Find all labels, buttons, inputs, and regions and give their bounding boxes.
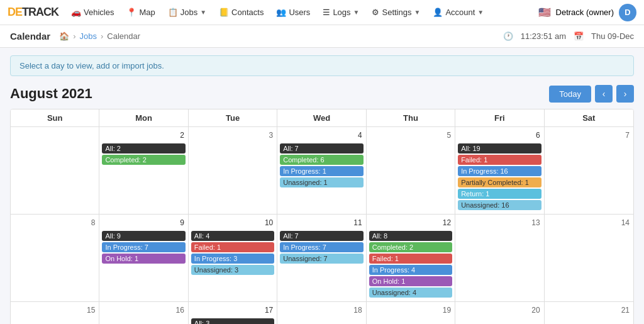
day-sat: Sat	[545, 109, 633, 126]
today-button[interactable]: Today	[549, 86, 591, 103]
calendar-icon: 📅	[574, 31, 584, 41]
logo-track: TRACK	[22, 6, 58, 18]
logs-icon: ☰	[323, 8, 330, 17]
nav-settings[interactable]: ⚙ Settings ▼	[367, 5, 425, 20]
nav-contacts[interactable]: 📒 Contacts	[214, 5, 269, 20]
nav-account[interactable]: 👤 Account ▼	[428, 5, 489, 20]
day-sun: Sun	[11, 109, 99, 126]
event-badge: On Hold: 1	[369, 276, 452, 286]
breadcrumb-calendar: Calendar	[107, 31, 140, 41]
nav-map[interactable]: 📍 Map	[121, 5, 160, 20]
username: Detrack (owner)	[556, 8, 614, 17]
main-content: Select a day to view, add or import jobs…	[0, 48, 644, 324]
next-month-button[interactable]: ›	[616, 85, 634, 103]
cal-cell-w3-wed[interactable]: 18	[277, 302, 366, 324]
event-badge: All: 4	[191, 231, 274, 241]
calendar-week-2: 8 9 All: 9 In Progress: 7 On Hold: 1 10 …	[11, 215, 633, 302]
event-badge: Unassigned: 1	[280, 177, 363, 187]
cal-cell-w3-sat[interactable]: 21	[545, 302, 633, 324]
event-badge: In Progress: 7	[280, 242, 363, 252]
event-badge: On Hold: 1	[102, 254, 185, 264]
cal-cell-w1-sat[interactable]: 7	[545, 127, 633, 214]
cal-cell-w3-mon[interactable]: 16	[99, 302, 188, 324]
map-icon: 📍	[126, 8, 136, 17]
settings-dropdown-arrow: ▼	[414, 9, 420, 16]
cal-cell-w1-tue[interactable]: 3	[189, 127, 277, 214]
nav-map-label: Map	[139, 8, 155, 17]
calendar-month: August 2021	[10, 86, 92, 102]
account-icon: 👤	[433, 8, 443, 17]
day-mon: Mon	[99, 109, 188, 126]
cal-cell-w2-fri[interactable]: 13	[455, 215, 544, 301]
cal-cell-w1-thu[interactable]: 5	[367, 127, 455, 214]
jobs-dropdown-arrow: ▼	[200, 9, 206, 16]
jobs-icon: 📋	[168, 8, 178, 17]
day-thu: Thu	[367, 109, 455, 126]
calendar-nav: Today ‹ ›	[549, 85, 634, 103]
subheader: Calendar 🏠 › Jobs › Calendar 🕐 11:23:51 …	[0, 25, 644, 48]
users-icon: 👥	[276, 8, 286, 17]
nav-account-label: Account	[445, 8, 475, 17]
event-badge: All: 19	[458, 143, 541, 154]
navbar: DETRACK 🚗 Vehicles 📍 Map 📋 Jobs ▼ 📒 Cont…	[0, 0, 644, 25]
event-badge: All: 2	[102, 143, 185, 154]
day-tue: Tue	[189, 109, 277, 126]
clock-icon: 🕐	[503, 31, 513, 41]
cal-cell-w2-tue[interactable]: 10 All: 4 Failed: 1 In Progress: 3 Unass…	[189, 215, 277, 301]
nav-jobs-label: Jobs	[180, 8, 197, 17]
nav-logs-label: Logs	[333, 8, 350, 17]
cal-cell-w2-sun[interactable]: 8	[11, 215, 99, 301]
cal-cell-w1-sun[interactable]	[11, 127, 99, 214]
avatar[interactable]: D	[619, 4, 636, 21]
event-badge: In Progress: 3	[191, 254, 274, 264]
nav-vehicles[interactable]: 🚗 Vehicles	[66, 5, 119, 20]
event-badge: Unassigned: 4	[369, 288, 452, 298]
user-info: Detrack (owner)	[556, 8, 614, 17]
account-dropdown-arrow: ▼	[477, 9, 484, 16]
event-badge: All: 9	[102, 231, 185, 241]
calendar-week-1: 2 All: 2 Completed: 2 3 4 All: 7 Complet…	[11, 127, 633, 215]
event-badge: Failed: 1	[191, 242, 274, 252]
current-date: Thu 09-Dec	[591, 31, 634, 41]
event-badge: Failed: 1	[458, 155, 541, 165]
cal-cell-w2-mon[interactable]: 9 All: 9 In Progress: 7 On Hold: 1	[99, 215, 188, 301]
contacts-icon: 📒	[219, 8, 229, 17]
event-badge: In Progress: 1	[280, 166, 363, 176]
logo: DETRACK	[8, 6, 58, 19]
cal-cell-w3-tue[interactable]: 17 All: 3	[189, 302, 277, 324]
breadcrumb-jobs[interactable]: Jobs	[80, 31, 97, 41]
cal-cell-w1-mon[interactable]: 2 All: 2 Completed: 2	[99, 127, 188, 214]
prev-month-button[interactable]: ‹	[595, 85, 613, 103]
cal-cell-w2-wed[interactable]: 11 All: 7 In Progress: 7 Unassigned: 7	[277, 215, 366, 301]
cal-cell-w3-thu[interactable]: 19	[367, 302, 455, 324]
event-badge: Completed: 2	[102, 155, 185, 165]
cal-cell-w2-thu[interactable]: 12 All: 8 Completed: 2 Failed: 1 In Prog…	[367, 215, 455, 301]
event-badge: Unassigned: 3	[191, 265, 274, 275]
nav-logs[interactable]: ☰ Logs ▼	[318, 5, 364, 20]
nav-right: 🇺🇸 Detrack (owner) D	[538, 4, 636, 21]
logo-de: DE	[8, 6, 22, 18]
event-badge: Unassigned: 16	[458, 200, 541, 210]
vehicle-icon: 🚗	[71, 8, 81, 17]
event-badge: In Progress: 7	[102, 242, 185, 252]
info-bar: Select a day to view, add or import jobs…	[10, 55, 634, 76]
nav-users[interactable]: 👥 Users	[271, 5, 315, 20]
cal-cell-w1-fri[interactable]: 6 All: 19 Failed: 1 In Progress: 16 Part…	[455, 127, 544, 214]
calendar-days-header: Sun Mon Tue Wed Thu Fri Sat	[11, 109, 633, 127]
event-badge: In Progress: 16	[458, 166, 541, 176]
page-title: Calendar	[10, 31, 50, 42]
cal-cell-w3-fri[interactable]: 20	[455, 302, 544, 324]
event-badge: Return: 1	[458, 189, 541, 199]
event-badge: Completed: 6	[280, 155, 363, 165]
event-badge: Completed: 2	[369, 242, 452, 252]
cal-cell-w1-wed[interactable]: 4 All: 7 Completed: 6 In Progress: 1 Una…	[277, 127, 366, 214]
cal-cell-w3-sun[interactable]: 15	[11, 302, 99, 324]
logs-dropdown-arrow: ▼	[353, 9, 360, 16]
cal-cell-w2-sat[interactable]: 14	[545, 215, 633, 301]
event-badge: In Progress: 4	[369, 265, 452, 275]
nav-jobs[interactable]: 📋 Jobs ▼	[163, 5, 211, 20]
day-fri: Fri	[455, 109, 544, 126]
nav-settings-label: Settings	[382, 8, 411, 17]
nav-users-label: Users	[289, 8, 310, 17]
event-badge: All: 7	[280, 231, 363, 241]
